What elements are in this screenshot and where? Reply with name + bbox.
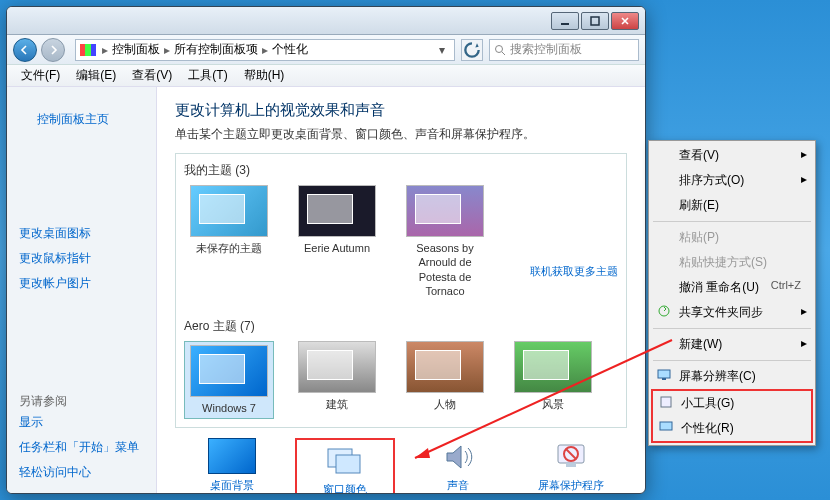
ctx-personalize[interactable]: 个性化(R)	[653, 416, 811, 441]
sound-icon	[434, 438, 482, 474]
sidebar-see-also: 另请参阅	[19, 393, 144, 410]
sidebar-ease-of-access[interactable]: 轻松访问中心	[19, 460, 144, 485]
theme-characters[interactable]: 人物	[400, 341, 490, 419]
control-panel-icon	[80, 44, 96, 56]
crumb-all-items[interactable]: 所有控制面板项	[174, 41, 258, 58]
screensaver-icon	[547, 438, 595, 474]
sidebar-taskbar[interactable]: 任务栏和「开始」菜单	[19, 435, 144, 460]
personalization-window: ▸ 控制面板 ▸ 所有控制面板项 ▸ 个性化 ▾ 搜索控制面板 文件(F) 编辑…	[6, 6, 646, 494]
search-placeholder: 搜索控制面板	[510, 41, 582, 58]
monitor-icon	[657, 368, 671, 382]
bottom-bar: 桌面背景 Harmony 窗口颜色 天空 声音 Windows 默认 屏幕保护程…	[175, 438, 627, 494]
themes-panel: 我的主题 (3) 未保存的主题 Eerie Autumn Seasons by …	[175, 153, 627, 428]
menu-help[interactable]: 帮助(H)	[236, 65, 293, 86]
svg-rect-11	[661, 397, 671, 407]
theme-eerie-autumn[interactable]: Eerie Autumn	[292, 185, 382, 298]
ctx-separator	[653, 360, 811, 361]
back-button[interactable]	[13, 38, 37, 62]
menubar: 文件(F) 编辑(E) 查看(V) 工具(T) 帮助(H)	[7, 65, 645, 87]
address-bar[interactable]: ▸ 控制面板 ▸ 所有控制面板项 ▸ 个性化 ▾	[75, 39, 455, 61]
gadget-icon	[659, 395, 673, 409]
navbar: ▸ 控制面板 ▸ 所有控制面板项 ▸ 个性化 ▾ 搜索控制面板	[7, 35, 645, 65]
main-panel: 更改计算机上的视觉效果和声音 单击某个主题立即更改桌面背景、窗口颜色、声音和屏幕…	[157, 87, 645, 494]
svg-rect-12	[660, 422, 672, 430]
svg-rect-10	[662, 378, 666, 380]
ctx-sort[interactable]: 排序方式(O)▸	[651, 168, 813, 193]
search-icon	[494, 44, 506, 56]
titlebar	[7, 7, 645, 35]
theme-unsaved[interactable]: 未保存的主题	[184, 185, 274, 298]
ctx-undo[interactable]: 撤消 重命名(U)Ctrl+Z	[651, 275, 813, 300]
ctx-view[interactable]: 查看(V)▸	[651, 143, 813, 168]
refresh-button[interactable]	[461, 39, 483, 61]
screensaver-button[interactable]: 屏幕保护程序 无	[521, 438, 621, 494]
menu-view[interactable]: 查看(V)	[124, 65, 180, 86]
menu-edit[interactable]: 编辑(E)	[68, 65, 124, 86]
theme-windows7[interactable]: Windows 7	[184, 341, 274, 419]
sidebar-mouse-pointers[interactable]: 更改鼠标指针	[19, 246, 144, 271]
svg-rect-4	[336, 455, 360, 473]
svg-rect-0	[561, 23, 569, 25]
sync-icon	[657, 304, 671, 318]
search-box[interactable]: 搜索控制面板	[489, 39, 639, 61]
theme-landscape[interactable]: 风景	[508, 341, 598, 419]
aero-themes-header: Aero 主题 (7)	[184, 318, 618, 335]
my-themes-header: 我的主题 (3)	[184, 162, 618, 179]
sidebar: 控制面板主页 更改桌面图标 更改鼠标指针 更改帐户图片 另请参阅 显示 任务栏和…	[7, 87, 157, 494]
close-button[interactable]	[611, 12, 639, 30]
desktop-context-menu: 查看(V)▸ 排序方式(O)▸ 刷新(E) 粘贴(P) 粘贴快捷方式(S) 撤消…	[648, 140, 816, 446]
menu-tools[interactable]: 工具(T)	[180, 65, 235, 86]
window-color-icon	[321, 442, 369, 478]
desktop-background-icon	[208, 438, 256, 474]
address-dropdown[interactable]: ▾	[434, 43, 450, 57]
svg-rect-6	[566, 463, 576, 467]
ctx-separator	[653, 328, 811, 329]
ctx-paste: 粘贴(P)	[651, 225, 813, 250]
ctx-sync[interactable]: 共享文件夹同步▸	[651, 300, 813, 325]
ctx-screen-resolution[interactable]: 屏幕分辨率(C)	[651, 364, 813, 389]
theme-architecture[interactable]: 建筑	[292, 341, 382, 419]
svg-rect-9	[658, 370, 670, 378]
ctx-separator	[653, 221, 811, 222]
sidebar-account-picture[interactable]: 更改帐户图片	[19, 271, 144, 296]
svg-rect-1	[591, 17, 599, 25]
forward-button[interactable]	[41, 38, 65, 62]
minimize-button[interactable]	[551, 12, 579, 30]
maximize-button[interactable]	[581, 12, 609, 30]
sounds-button[interactable]: 声音 Windows 默认	[408, 438, 508, 494]
window-color-button[interactable]: 窗口颜色 天空	[295, 438, 395, 494]
theme-seasons[interactable]: Seasons by Arnould de Potesta de Tornaco	[400, 185, 490, 298]
page-subtitle: 单击某个主题立即更改桌面背景、窗口颜色、声音和屏幕保护程序。	[175, 126, 627, 143]
svg-point-2	[496, 45, 503, 52]
page-title: 更改计算机上的视觉效果和声音	[175, 101, 627, 120]
ctx-new[interactable]: 新建(W)▸	[651, 332, 813, 357]
personalize-icon	[659, 420, 673, 434]
desktop-background-button[interactable]: 桌面背景 Harmony	[182, 438, 282, 494]
sidebar-display[interactable]: 显示	[19, 410, 144, 435]
ctx-paste-shortcut: 粘贴快捷方式(S)	[651, 250, 813, 275]
ctx-gadgets[interactable]: 小工具(G)	[653, 391, 811, 416]
crumb-personalization[interactable]: 个性化	[272, 41, 308, 58]
crumb-control-panel[interactable]: 控制面板	[112, 41, 160, 58]
menu-file[interactable]: 文件(F)	[13, 65, 68, 86]
window-body: 控制面板主页 更改桌面图标 更改鼠标指针 更改帐户图片 另请参阅 显示 任务栏和…	[7, 87, 645, 494]
more-themes-link[interactable]: 联机获取更多主题	[530, 264, 618, 279]
sidebar-desktop-icons[interactable]: 更改桌面图标	[19, 221, 144, 246]
sidebar-home[interactable]: 控制面板主页	[19, 97, 144, 213]
ctx-refresh[interactable]: 刷新(E)	[651, 193, 813, 218]
